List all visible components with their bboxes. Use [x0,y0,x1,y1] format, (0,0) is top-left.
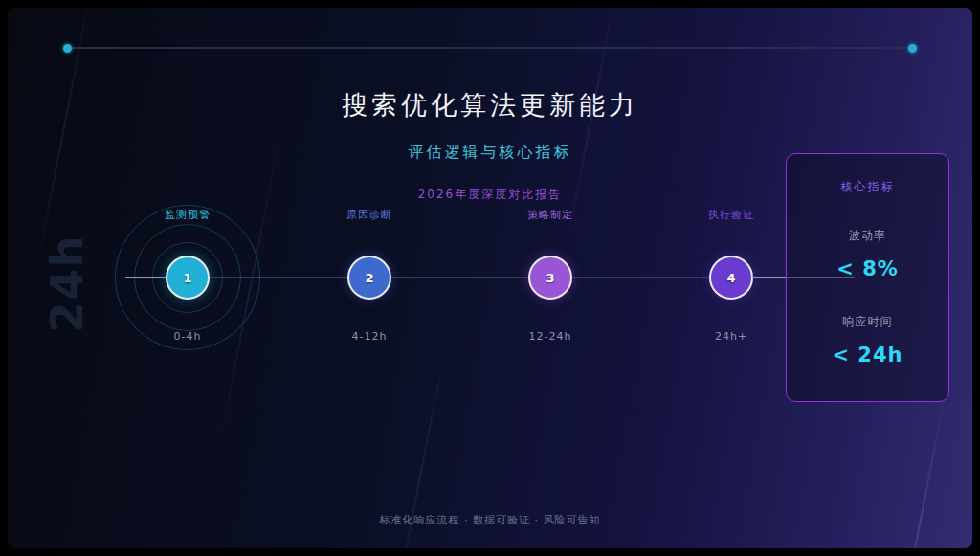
timeline-stage-2: 原因诊断 2 4-12h [312,208,427,344]
stage-number: 1 [183,271,191,285]
stage-time-range: 4-12h [312,330,427,343]
metric-value-volatility: < 8% [787,257,948,280]
divider-endpoint-dot-left [63,44,72,53]
stage-label: 策略制定 [493,208,608,222]
slide-canvas: 24h 搜索优化算法更新能力 评估逻辑与核心指标 2026年度深度对比报告 监测… [8,8,972,548]
stage-label: 执行验证 [674,208,789,222]
stage-time-range: 24h+ [674,330,789,343]
metric-label-response-time: 响应时间 [787,314,948,330]
stage-node-circle: 1 [166,256,210,300]
timeline-stage-3: 策略制定 3 12-24h [493,208,608,344]
stage-time-range: 0-4h [130,330,245,343]
stage-node-circle: 2 [347,256,391,300]
stage-node-circle: 4 [709,256,753,300]
divider-endpoint-dot-right [908,44,917,53]
stage-node-circle: 3 [528,256,572,300]
metrics-card: 核心指标 波动率 < 8% 响应时间 < 24h [786,153,949,402]
top-divider-line [67,47,913,49]
page-title: 搜索优化算法更新能力 [8,88,972,122]
metric-label-volatility: 波动率 [787,228,948,244]
metrics-card-title: 核心指标 [787,179,948,195]
stage-label: 原因诊断 [312,208,427,222]
metric-value-response-time: < 24h [787,344,948,367]
timeline-stage-4: 执行验证 4 24h+ [674,208,789,344]
timeline-stage-1: 监测预警 1 0-4h [130,208,245,344]
stage-time-range: 12-24h [493,330,608,343]
stage-number: 4 [726,271,735,285]
watermark-24h: 24h [42,235,92,331]
stage-number: 3 [546,271,554,285]
footer-caption: 标准化响应流程 · 数据可验证 · 风险可告知 [8,513,972,527]
stage-number: 2 [365,271,373,285]
stage-label: 监测预警 [130,208,245,222]
